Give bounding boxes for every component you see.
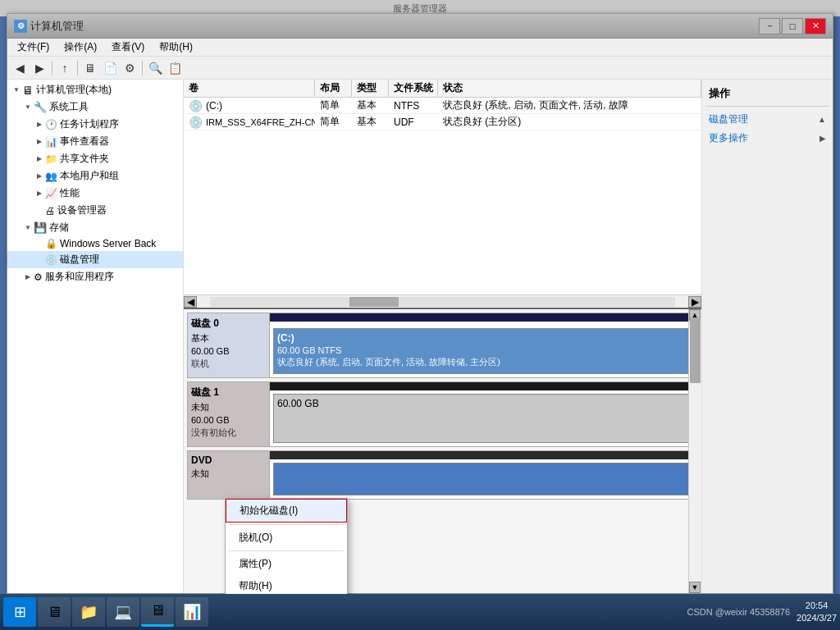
toolbar-up[interactable]: ↑ [56,59,74,77]
clock: 20:54 2024/3/27 [797,600,837,625]
shared-label: 共享文件夹 [60,152,109,166]
shared-icon: 📁 [45,153,57,165]
sidebar-shared-folders[interactable]: ▶ 📁 共享文件夹 [7,150,183,167]
toolbar-settings[interactable]: ⚙ [121,59,139,77]
col-header-volume: 卷 [184,80,315,97]
main-window: ⚙ 计算机管理 － □ ✕ 文件(F) 操作(A) 查看(V) 帮助(H) ◀ … [7,13,833,594]
row1-volume: 💿 (C:) [184,98,315,113]
menu-action[interactable]: 操作(A) [57,39,103,56]
actions-title: 操作 [705,83,829,107]
task-arrow: ▶ [34,121,45,128]
disk-0-bar-header [270,313,697,322]
dvd-bar-header [270,451,697,459]
taskbar-item-3[interactable]: 💻 [107,597,139,627]
sidebar-windows-backup[interactable]: 🔒 Windows Server Back [7,236,183,251]
toolbar-extra1[interactable]: 🔍 [146,59,164,77]
menu-file[interactable]: 文件(F) [11,39,56,56]
sidebar-root[interactable]: ▼ 🖥 计算机管理(本地) [7,81,183,98]
taskbar-item-2[interactable]: 📁 [72,597,105,627]
v-scroll-thumb[interactable] [690,317,701,383]
toolbar-extra2[interactable]: 📋 [166,59,184,77]
perf-arrow: ▶ [34,189,45,197]
table-header: 卷 布局 类型 文件系统 状态 [184,80,701,98]
toolbar-back[interactable]: ◀ [11,59,29,77]
taskbar-item-5[interactable]: 📊 [176,597,208,627]
watermark: CSDN @weixir 45358876 [687,607,791,617]
disk-0-partition-c[interactable]: (C:) 60.00 GB NTFS 状态良好 (系统, 启动, 页面文件, 活… [273,328,694,374]
toolbar-forward[interactable]: ▶ [30,59,48,77]
volume-icon-c: 💿 [189,99,203,112]
diskmgmt-icon: 💿 [45,254,57,266]
dvd-partition[interactable] [273,463,694,495]
start-button[interactable]: ⊞ [3,597,36,627]
action-arrow-1: ▲ [818,115,826,124]
toolbar-show-hide[interactable]: 🖥 [81,59,99,77]
sidebar-storage[interactable]: ▼ 💾 存储 [7,219,183,236]
disk-1-unallocated[interactable]: 60.00 GB [273,394,694,443]
ctx-offline[interactable]: 脱机(O) [226,527,347,549]
users-arrow: ▶ [34,172,45,180]
sidebar-performance[interactable]: ▶ 📈 性能 [7,185,183,202]
app-icon: ⚙ [14,20,27,33]
taskbar-icon-1: 🖥 [47,604,62,621]
row2-layout: 简单 [315,114,352,130]
ctx-properties[interactable]: 属性(P) [226,553,347,575]
menu-view[interactable]: 查看(V) [105,39,151,56]
sidebar-device-manager[interactable]: 🖨 设备管理器 [7,202,183,219]
menu-help[interactable]: 帮助(H) [153,39,199,56]
sidebar-local-users[interactable]: ▶ 👥 本地用户和组 [7,167,183,185]
vertical-scrollbar[interactable]: ▲ ▼ [688,309,701,593]
scroll-left-btn[interactable]: ◀ [184,296,197,308]
col-header-status: 状态 [438,80,701,97]
toolbar-separator-1 [52,61,52,75]
table-row[interactable]: 💿 (C:) 简单 基本 NTFS 状态良好 (系统, 启动, 页面文件, 活动… [184,98,701,114]
dvd-partitions [270,451,697,499]
scroll-down-btn[interactable]: ▼ [689,582,701,593]
row1-layout: 简单 [315,98,352,113]
backup-label: Windows Server Back [60,238,156,249]
disk-1-type: 未知 [191,401,266,413]
date: 2024/3/27 [797,612,837,624]
sidebar-event-viewer[interactable]: ▶ 📊 事件查看器 [7,133,183,150]
disk-1-info: 磁盘 1 未知 60.00 GB 没有初始化 [188,382,270,446]
taskbar-item-1[interactable]: 🖥 [38,597,71,627]
device-label: 设备管理器 [57,203,107,217]
action-disk-mgmt[interactable]: 磁盘管理 ▲ [705,110,829,129]
close-button[interactable]: ✕ [805,18,826,34]
window-controls: － □ ✕ [759,18,826,34]
table-row[interactable]: 💿 IRM_SSS_X64FRE_ZH-CN_DV5 (D:) 简单 基本 UD… [184,114,701,130]
toolbar: ◀ ▶ ↑ 🖥 📄 ⚙ 🔍 📋 [7,57,833,80]
scroll-track [210,297,675,307]
taskbar-item-4[interactable]: 🖥 [141,597,174,627]
disk-0-size: 60.00 GB [191,346,266,356]
toolbar-doc[interactable]: 📄 [101,59,119,77]
start-icon: ⊞ [14,603,26,621]
taskbar-icon-2: 📁 [80,603,98,621]
diskmgmt-label: 磁盘管理 [60,253,99,267]
sidebar-disk-mgmt[interactable]: 💿 磁盘管理 [7,251,183,268]
storage-icon: 💾 [34,221,47,234]
services-arrow: ▶ [22,273,34,281]
task-label: 任务计划程序 [60,117,119,131]
ctx-init-disk[interactable]: 初始化磁盘(I) [226,499,347,523]
sidebar-task-scheduler[interactable]: ▶ 🕐 任务计划程序 [7,116,183,133]
sidebar-services[interactable]: ▶ ⚙ 服务和应用程序 [7,268,183,285]
root-label: 计算机管理(本地) [36,83,112,97]
disk-1-bar-header [270,382,697,390]
scroll-thumb[interactable] [349,297,399,307]
minimize-button[interactable]: － [759,18,780,34]
disk-table-body: 💿 (C:) 简单 基本 NTFS 状态良好 (系统, 启动, 页面文件, 活动… [184,98,701,294]
event-arrow: ▶ [34,138,45,145]
maximize-button[interactable]: □ [782,18,803,34]
device-icon: 🖨 [45,205,55,217]
backup-icon: 🔒 [45,238,57,249]
scroll-right-btn[interactable]: ▶ [688,296,701,308]
disk-0-info: 磁盘 0 基本 60.00 GB 联机 [188,313,270,377]
content-area: ▼ 🖥 计算机管理(本地) ▼ 🔧 系统工具 ▶ 🕐 任务计划程序 ▶ 📊 事件… [7,80,833,593]
row2-status: 状态良好 (主分区) [438,114,701,130]
table-scrollbar[interactable]: ◀ ▶ [184,294,701,308]
action-more[interactable]: 更多操作 ▶ [705,129,829,148]
title-bar: ⚙ 计算机管理 － □ ✕ [7,14,833,39]
users-label: 本地用户和组 [60,169,119,183]
sidebar-system-tools[interactable]: ▼ 🔧 系统工具 [7,98,183,116]
